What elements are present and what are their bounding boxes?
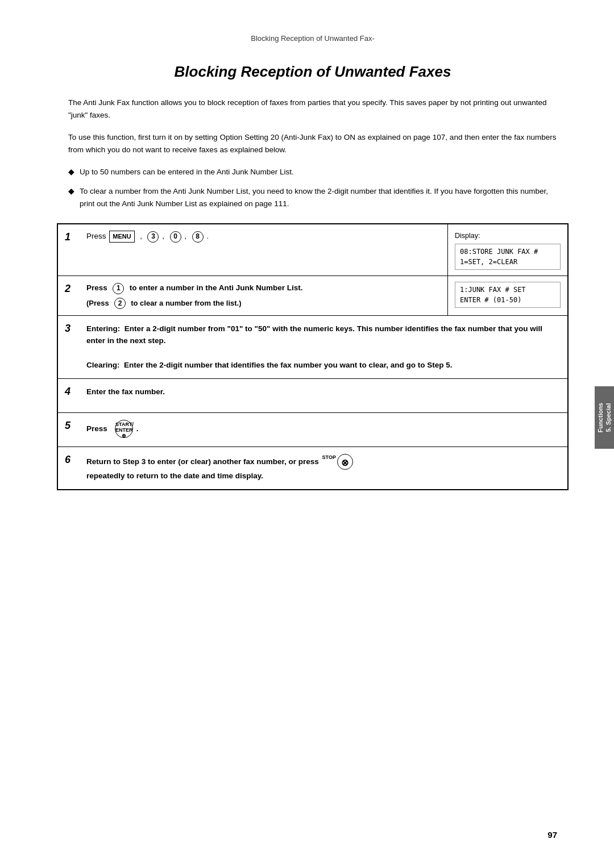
step-1-content: Press MENU , 3 , 0 , 8 . xyxy=(78,224,448,276)
steps-table: 1 Press MENU , 3 , 0 , 8 . Display: 08:S… xyxy=(57,223,569,490)
step-2-line-2: ENTER # (01-50) xyxy=(460,295,555,305)
display-line-1: 08:STORE JUNK FAX # xyxy=(460,247,555,257)
clearing-text: Enter the 2-digit number that identifies… xyxy=(124,361,453,369)
stop-key-label-sup: STOP xyxy=(322,454,336,460)
step-5-content: Press START/ENTER⊕ . xyxy=(78,413,567,446)
start-enter-key: START/ENTER⊕ xyxy=(115,420,133,438)
key-1: 1 xyxy=(113,283,124,294)
step-3-content: Entering: Enter a 2-digit number from "0… xyxy=(78,316,567,378)
page-title: Blocking Reception of Unwanted Faxes xyxy=(57,63,569,81)
display-line-2: 1=SET, 2=CLEAR xyxy=(460,257,555,267)
step-2-num: 2 xyxy=(58,276,78,315)
bullet-item: Up to 50 numbers can be entered in the A… xyxy=(68,166,557,178)
side-tab-text: 5. Special Functions xyxy=(596,403,613,433)
display-label: Display: xyxy=(455,230,561,241)
period: . xyxy=(206,232,209,240)
step-2-sub: (Press 2 to clear a number from the list… xyxy=(86,298,439,310)
key-3: 3 xyxy=(147,231,159,243)
bullet-item: To clear a number from the Anti Junk Num… xyxy=(68,185,557,210)
step-3-entering: Entering: Enter a 2-digit number from "0… xyxy=(86,323,559,347)
step-4-content: Enter the fax number. xyxy=(78,379,567,412)
clearing-label: Clearing: xyxy=(86,361,120,369)
step-3-clearing: Clearing: Enter the 2-digit number that … xyxy=(86,359,559,372)
step-4-num: 4 xyxy=(58,379,78,412)
step-2-content: Press 1 to enter a number in the Anti Ju… xyxy=(78,276,448,315)
display-screen: 08:STORE JUNK FAX # 1=SET, 2=CLEAR xyxy=(455,244,561,270)
step-1-keys: , xyxy=(138,232,144,240)
step-5-row: 5 Press START/ENTER⊕ . xyxy=(58,413,567,447)
step-2-sub-press: (Press xyxy=(86,299,109,307)
stop-key: ⊗ xyxy=(337,454,353,470)
key-8: 8 xyxy=(192,231,204,243)
step-4-text: Enter the fax number. xyxy=(86,387,165,396)
step-2-text2: to enter a number in the Anti Junk Numbe… xyxy=(130,283,303,292)
step-6-num: 6 xyxy=(58,447,78,489)
step-2-display: 1:JUNK FAX # SET ENTER # (01-50) xyxy=(448,276,567,315)
step-1-num: 1 xyxy=(58,224,78,276)
side-tab: 5. Special Functions xyxy=(595,386,614,449)
menu-key: MENU xyxy=(109,231,134,243)
step-4-row: 4 Enter the fax number. xyxy=(58,379,567,413)
entering-text: Enter a 2-digit number from "01" to "50"… xyxy=(86,324,542,345)
comma-1: , xyxy=(162,232,167,240)
step-5-press: Press xyxy=(86,424,107,432)
bullet-list: Up to 50 numbers can be entered in the A… xyxy=(57,166,569,210)
step-6-text1: Return to Step 3 to enter (or clear) ano… xyxy=(86,457,319,465)
step-2-sub-text2: to clear a number from the list.) xyxy=(131,299,241,307)
step-5-num: 5 xyxy=(58,413,78,446)
step-1-press-label: Press xyxy=(86,232,106,240)
step-2-row: 2 Press 1 to enter a number in the Anti … xyxy=(58,276,567,315)
step-6-row: 6 Return to Step 3 to enter (or clear) a… xyxy=(58,447,567,489)
page-header: Blocking Reception of Unwanted Fax- xyxy=(57,34,569,46)
key-2: 2 xyxy=(114,298,126,309)
page-container: Blocking Reception of Unwanted Fax- Bloc… xyxy=(0,0,614,868)
intro-para-1: The Anti Junk Fax function allows you to… xyxy=(57,97,569,121)
step-3-row: 3 Entering: Enter a 2-digit number from … xyxy=(58,316,567,379)
entering-label: Entering: xyxy=(86,324,120,333)
step-6-content: Return to Step 3 to enter (or clear) ano… xyxy=(78,447,567,489)
step-1-display: Display: 08:STORE JUNK FAX # 1=SET, 2=CL… xyxy=(448,224,567,276)
header-text: Blocking Reception of Unwanted Fax- xyxy=(251,34,375,43)
step-1-row: 1 Press MENU , 3 , 0 , 8 . Display: 08:S… xyxy=(58,224,567,276)
step-5-period: . xyxy=(136,424,139,432)
step-2-screen: 1:JUNK FAX # SET ENTER # (01-50) xyxy=(455,282,561,308)
page-number: 97 xyxy=(547,830,557,840)
step-2-main: Press 1 to enter a number in the Anti Ju… xyxy=(86,282,439,294)
step-2-line-1: 1:JUNK FAX # SET xyxy=(460,285,555,295)
step-2-press: Press xyxy=(86,283,107,292)
key-0: 0 xyxy=(170,231,181,243)
intro-para-2: To use this function, first turn it on b… xyxy=(57,131,569,156)
step-6-text2: repeatedly to return to the date and tim… xyxy=(86,471,263,480)
comma-2: , xyxy=(184,232,189,240)
step-3-num: 3 xyxy=(58,316,78,378)
